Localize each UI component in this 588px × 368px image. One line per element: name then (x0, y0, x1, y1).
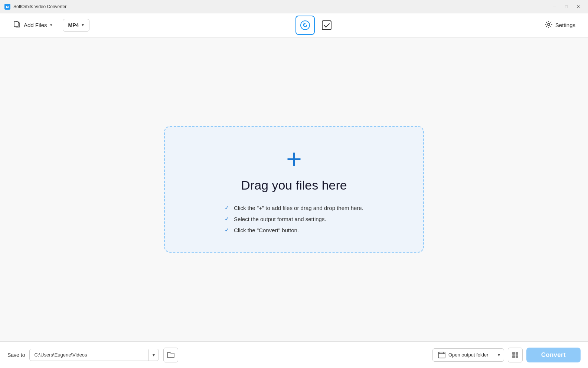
maximize-button[interactable]: □ (561, 3, 572, 11)
drop-zone[interactable]: + Drag you files here ✓ Click the "+" to… (164, 126, 424, 253)
svg-point-3 (548, 23, 550, 26)
instruction-item-3: ✓ Click the "Convert" button. (225, 227, 363, 233)
main-content: + Drag you files here ✓ Click the "+" to… (0, 37, 588, 341)
check-mark-1: ✓ (225, 204, 229, 211)
open-folder-chevron-icon[interactable]: ▾ (494, 349, 504, 361)
format-button[interactable]: MP4 ▾ (63, 19, 90, 32)
open-folder-container: Open output folder ▾ (432, 348, 504, 362)
save-path-container: ▾ (29, 349, 159, 361)
window-controls: ─ □ ✕ (549, 3, 584, 11)
add-files-icon (13, 20, 21, 30)
add-files-label: Add Files (24, 22, 47, 28)
grid-icon (512, 352, 518, 358)
logo-button[interactable] (295, 16, 315, 35)
save-path-chevron-icon[interactable]: ▾ (148, 349, 159, 361)
instruction-text-2: Select the output format and settings. (234, 216, 326, 222)
open-output-folder-label: Open output folder (448, 352, 489, 358)
svg-rect-0 (5, 4, 10, 9)
instruction-item-2: ✓ Select the output format and settings. (225, 216, 363, 222)
add-files-chevron-icon: ▾ (50, 23, 52, 27)
add-files-button[interactable]: Add Files ▾ (7, 17, 58, 33)
save-path-input[interactable] (30, 349, 148, 361)
instructions-list: ✓ Click the "+" to add files or drag and… (225, 204, 363, 233)
title-bar: SoftOrbits Video Converter ─ □ ✕ (0, 0, 588, 13)
convert-label: Convert (541, 351, 566, 358)
save-to-label: Save to (7, 352, 25, 358)
check-mark-3: ✓ (225, 227, 229, 233)
footer-right: Open output folder ▾ Convert (432, 348, 581, 362)
plus-icon: + (286, 145, 302, 172)
svg-rect-2 (322, 21, 331, 30)
instruction-text-1: Click the "+" to add files or drag and d… (234, 205, 363, 211)
minimize-button[interactable]: ─ (549, 3, 560, 11)
svg-rect-4 (438, 352, 445, 358)
grid-view-button[interactable] (508, 348, 523, 362)
settings-button[interactable]: Settings (540, 18, 581, 32)
check-button[interactable] (319, 18, 334, 33)
toolbar: Add Files ▾ MP4 ▾ (0, 13, 588, 37)
footer: Save to ▾ Open output folder ▾ (0, 341, 588, 368)
open-output-folder-button[interactable]: Open output folder (433, 349, 494, 361)
browse-folder-button[interactable] (163, 348, 178, 362)
toolbar-center (94, 16, 535, 35)
check-mark-2: ✓ (225, 216, 229, 222)
svg-rect-1 (14, 22, 18, 27)
app-icon (4, 4, 10, 10)
drop-title: Drag you files here (241, 178, 347, 193)
instruction-text-3: Click the "Convert" button. (234, 227, 299, 233)
settings-label: Settings (555, 22, 575, 28)
settings-icon (545, 21, 552, 29)
convert-button[interactable]: Convert (526, 348, 581, 362)
instruction-item-1: ✓ Click the "+" to add files or drag and… (225, 204, 363, 211)
app-title: SoftOrbits Video Converter (13, 4, 549, 9)
toolbar-right: Settings (540, 18, 581, 32)
format-label: MP4 (68, 22, 79, 28)
close-button[interactable]: ✕ (573, 3, 584, 11)
format-chevron-icon: ▾ (82, 23, 84, 27)
